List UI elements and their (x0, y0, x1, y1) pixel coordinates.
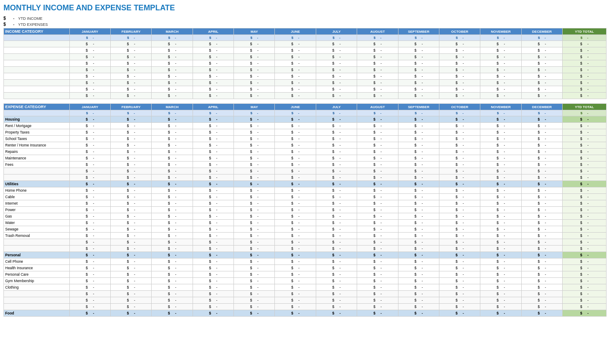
expense-ytd-14[interactable]: $ - (563, 220, 607, 226)
expense-cell-4-0[interactable]: $ - (69, 149, 110, 155)
expense-cell-14-4[interactable]: $ - (234, 220, 275, 226)
expense-cell-1-4[interactable]: $ - (234, 129, 275, 136)
expense-cell-12-6[interactable]: $ - (316, 207, 357, 213)
expense-cell-25-11[interactable]: $ - (521, 297, 562, 304)
expense-cell-15-6[interactable]: $ - (316, 226, 357, 233)
expense-cell-16-8[interactable]: $ - (398, 233, 439, 239)
expense-cell-22-11[interactable]: $ - (521, 278, 562, 284)
expense-cell-4-2[interactable]: $ - (152, 149, 193, 155)
income-cell-4-7[interactable]: $ - (357, 67, 398, 73)
income-cell-4-0[interactable]: $ - (69, 67, 110, 73)
income-cell-4-2[interactable]: $ - (152, 67, 193, 73)
expense-cell-18-6[interactable]: $ - (316, 246, 357, 252)
expense-label-24[interactable] (4, 291, 70, 297)
expense-cell-25-6[interactable]: $ - (316, 297, 357, 304)
expense-cell-9-10[interactable]: $ - (480, 187, 521, 194)
expense-label-22[interactable]: Gym Membership (4, 278, 70, 284)
expense-ytd-7[interactable]: $ - (563, 168, 607, 174)
expense-ytd-26[interactable]: $ - (563, 304, 607, 310)
income-ytd-cell-3[interactable]: $ - (563, 60, 607, 67)
expense-ytd-23[interactable]: $ - (563, 284, 607, 291)
income-cell-8-10[interactable]: $ - (480, 93, 521, 99)
income-cell-8-11[interactable]: $ - (521, 93, 562, 99)
expense-cell-20-3[interactable]: $ - (193, 265, 233, 271)
expense-cell-11-10[interactable]: $ - (480, 200, 521, 207)
expense-cell-6-1[interactable]: $ - (110, 162, 151, 168)
expense-cell-24-6[interactable]: $ - (316, 291, 357, 297)
expense-label-8[interactable] (4, 174, 70, 181)
income-cell-2-4[interactable]: $ - (234, 54, 275, 60)
income-cell-7-5[interactable]: $ - (275, 86, 316, 93)
income-cell-1-3[interactable]: $ - (193, 47, 233, 54)
expense-ytd-8[interactable]: $ - (563, 174, 607, 181)
expense-cell-4-1[interactable]: $ - (110, 149, 151, 155)
expense-cell-11-5[interactable]: $ - (275, 200, 316, 207)
expense-cell-25-10[interactable]: $ - (480, 297, 521, 304)
expense-cell-2-9[interactable]: $ - (439, 136, 480, 142)
expense-cell-9-1[interactable]: $ - (110, 187, 151, 194)
expense-cell-12-8[interactable]: $ - (398, 207, 439, 213)
expense-cell-23-7[interactable]: $ - (357, 284, 398, 291)
expense-cell-25-4[interactable]: $ - (234, 297, 275, 304)
expense-cell-21-7[interactable]: $ - (357, 271, 398, 278)
income-row-label-6[interactable] (4, 80, 70, 86)
expense-cell-6-8[interactable]: $ - (398, 162, 439, 168)
expense-cell-1-1[interactable]: $ - (110, 129, 151, 136)
expense-cell-7-2[interactable]: $ - (152, 168, 193, 174)
expense-cell-0-8[interactable]: $ - (398, 123, 439, 129)
expense-cell-8-2[interactable]: $ - (152, 174, 193, 181)
expense-cell-23-8[interactable]: $ - (398, 284, 439, 291)
expense-label-16[interactable]: Trash Removal (4, 233, 70, 239)
expense-cell-22-10[interactable]: $ - (480, 278, 521, 284)
income-cell-6-1[interactable]: $ - (110, 80, 151, 86)
income-cell-6-4[interactable]: $ - (234, 80, 275, 86)
expense-cell-2-8[interactable]: $ - (398, 136, 439, 142)
expense-cell-18-11[interactable]: $ - (521, 246, 562, 252)
income-cell-3-0[interactable]: $ - (69, 60, 110, 67)
expense-cell-26-1[interactable]: $ - (110, 304, 151, 310)
expense-label-6[interactable]: Fees (4, 162, 70, 168)
expense-cell-19-2[interactable]: $ - (152, 258, 193, 265)
expense-cell-21-8[interactable]: $ - (398, 271, 439, 278)
expense-cell-6-7[interactable]: $ - (357, 162, 398, 168)
expense-cell-3-6[interactable]: $ - (316, 142, 357, 149)
expense-cell-13-9[interactable]: $ - (439, 213, 480, 220)
expense-cell-5-5[interactable]: $ - (275, 155, 316, 162)
expense-cell-2-10[interactable]: $ - (480, 136, 521, 142)
expense-ytd-4[interactable]: $ - (563, 149, 607, 155)
income-cell-1-10[interactable]: $ - (480, 47, 521, 54)
income-cell-1-4[interactable]: $ - (234, 47, 275, 54)
income-cell-0-2[interactable]: $ - (152, 41, 193, 47)
expense-cell-26-2[interactable]: $ - (152, 304, 193, 310)
income-cell-0-7[interactable]: $ - (357, 41, 398, 47)
income-cell-5-4[interactable]: $ - (234, 73, 275, 80)
expense-cell-13-0[interactable]: $ - (69, 213, 110, 220)
expense-cell-3-11[interactable]: $ - (521, 142, 562, 149)
income-cell-0-6[interactable]: $ - (316, 41, 357, 47)
income-ytd-cell-0[interactable]: $ - (563, 41, 607, 47)
expense-cell-14-10[interactable]: $ - (480, 220, 521, 226)
expense-cell-2-1[interactable]: $ - (110, 136, 151, 142)
expense-cell-0-9[interactable]: $ - (439, 123, 480, 129)
income-cell-0-5[interactable]: $ - (275, 41, 316, 47)
expense-cell-23-9[interactable]: $ - (439, 284, 480, 291)
expense-ytd-22[interactable]: $ - (563, 278, 607, 284)
expense-cell-0-0[interactable]: $ - (69, 123, 110, 129)
expense-cell-3-2[interactable]: $ - (152, 142, 193, 149)
expense-cell-1-9[interactable]: $ - (439, 129, 480, 136)
expense-label-9[interactable]: Home Phone (4, 187, 70, 194)
expense-cell-5-4[interactable]: $ - (234, 155, 275, 162)
expense-cell-17-3[interactable]: $ - (193, 239, 233, 246)
income-cell-0-10[interactable]: $ - (480, 41, 521, 47)
income-cell-7-0[interactable]: $ - (69, 86, 110, 93)
expense-label-15[interactable]: Sewage (4, 226, 70, 233)
income-cell-0-1[interactable]: $ - (110, 41, 151, 47)
expense-cell-4-9[interactable]: $ - (439, 149, 480, 155)
income-cell-0-0[interactable]: $ - (69, 41, 110, 47)
expense-label-4[interactable]: Repairs (4, 149, 70, 155)
income-cell-2-10[interactable]: $ - (480, 54, 521, 60)
expense-cell-26-3[interactable]: $ - (193, 304, 233, 310)
expense-cell-9-9[interactable]: $ - (439, 187, 480, 194)
expense-cell-25-8[interactable]: $ - (398, 297, 439, 304)
expense-cell-2-5[interactable]: $ - (275, 136, 316, 142)
